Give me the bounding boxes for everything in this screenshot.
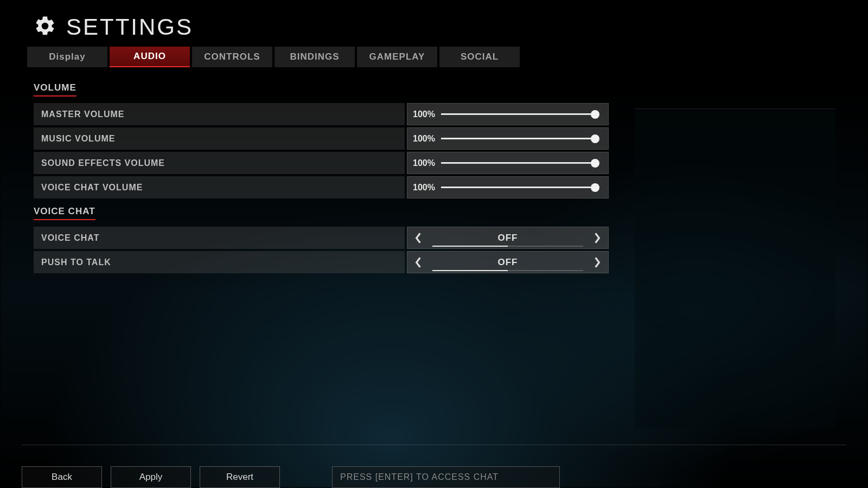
button-label: Apply (139, 472, 163, 483)
slider-value: 100% (407, 183, 441, 192)
chevron-right-icon[interactable] (586, 227, 608, 248)
tab-audio[interactable]: AUDIO (110, 47, 190, 67)
tabs: Display AUDIO CONTROLS BINDINGS GAMEPLAY… (27, 47, 520, 67)
slider-voice-volume[interactable]: 100% (407, 176, 609, 198)
selector-underline (432, 270, 583, 271)
tab-label: AUDIO (133, 51, 166, 62)
slider-track[interactable] (441, 113, 595, 115)
setting-label: VOICE CHAT (34, 227, 405, 249)
slider-value: 100% (407, 110, 441, 119)
selector-value-area[interactable]: OFF (429, 252, 586, 273)
tab-label: Display (49, 52, 85, 62)
selector-underline (432, 246, 583, 247)
help-panel (635, 108, 835, 428)
selector-value-area[interactable]: OFF (429, 227, 586, 248)
slider-thumb[interactable] (591, 183, 599, 192)
gear-icon (34, 15, 56, 40)
tab-bindings[interactable]: BINDINGS (275, 47, 355, 67)
row-voice-volume: VOICE CHAT VOLUME 100% (34, 176, 609, 198)
slider-thumb[interactable] (591, 134, 599, 143)
section-title-voice-chat: VOICE CHAT (34, 206, 95, 220)
revert-button[interactable]: Revert (200, 466, 280, 488)
tab-label: BINDINGS (290, 52, 339, 62)
apply-button[interactable]: Apply (111, 466, 191, 488)
selector-value: OFF (498, 257, 518, 268)
setting-label: MUSIC VOLUME (34, 127, 405, 150)
divider (22, 445, 846, 445)
tab-label: GAMEPLAY (369, 52, 425, 62)
slider-music-volume[interactable]: 100% (407, 127, 609, 150)
tab-label: SOCIAL (461, 52, 499, 62)
back-button[interactable]: Back (22, 466, 102, 488)
chat-input[interactable]: PRESS [ENTER] TO ACCESS CHAT (332, 466, 560, 488)
setting-label: SOUND EFFECTS VOLUME (34, 152, 405, 174)
slider-track[interactable] (441, 162, 595, 164)
footer: Back Apply Revert PRESS [ENTER] TO ACCES… (22, 466, 846, 488)
tab-controls[interactable]: CONTROLS (192, 47, 272, 67)
tab-label: CONTROLS (204, 52, 260, 62)
setting-label: MASTER VOLUME (34, 103, 405, 125)
chevron-left-icon[interactable] (407, 227, 429, 248)
row-sfx-volume: SOUND EFFECTS VOLUME 100% (34, 152, 609, 174)
slider-sfx-volume[interactable]: 100% (407, 152, 609, 174)
chevron-right-icon[interactable] (586, 252, 608, 273)
row-master-volume: MASTER VOLUME 100% (34, 103, 609, 125)
row-music-volume: MUSIC VOLUME 100% (34, 127, 609, 150)
slider-master-volume[interactable]: 100% (407, 103, 609, 125)
tab-display[interactable]: Display (27, 47, 107, 67)
page-title: SETTINGS (66, 14, 193, 40)
chevron-left-icon[interactable] (407, 252, 429, 273)
row-push-to-talk: PUSH TO TALK OFF (34, 251, 609, 273)
tab-social[interactable]: SOCIAL (439, 47, 520, 67)
selector-voice-chat: OFF (407, 227, 609, 249)
button-label: Revert (226, 472, 253, 483)
chat-placeholder: PRESS [ENTER] TO ACCESS CHAT (340, 472, 499, 482)
section-title-volume: VOLUME (34, 82, 76, 97)
button-label: Back (52, 472, 72, 483)
slider-value: 100% (407, 134, 441, 144)
selector-push-to-talk: OFF (407, 251, 609, 273)
row-voice-chat: VOICE CHAT OFF (34, 227, 609, 249)
settings-content: VOLUME MASTER VOLUME 100% MUSIC VOLUME 1… (34, 82, 609, 275)
slider-value: 100% (407, 158, 441, 168)
setting-label: PUSH TO TALK (34, 251, 405, 273)
slider-thumb[interactable] (591, 110, 599, 119)
page-header: SETTINGS (34, 14, 193, 40)
selector-value: OFF (498, 233, 518, 243)
slider-thumb[interactable] (591, 159, 599, 168)
tab-gameplay[interactable]: GAMEPLAY (357, 47, 437, 67)
slider-track[interactable] (441, 138, 595, 139)
slider-track[interactable] (441, 187, 595, 188)
setting-label: VOICE CHAT VOLUME (34, 176, 405, 198)
